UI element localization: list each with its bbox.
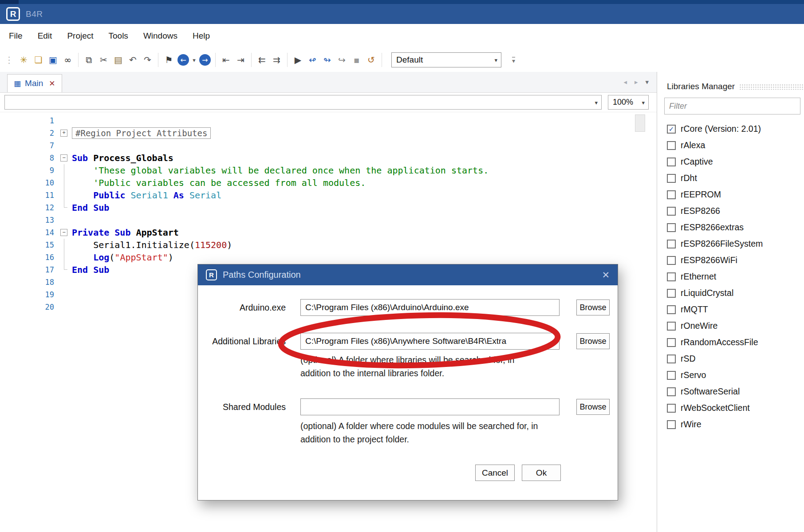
toolbar-drag-handle-icon[interactable]: ⋮: [2, 53, 16, 67]
undo-icon[interactable]: ↶: [126, 53, 140, 67]
jump-icon[interactable]: ↪: [335, 53, 349, 67]
library-checkbox[interactable]: [667, 289, 676, 298]
dialog-titlebar[interactable]: R Paths Configuration ✕: [198, 264, 618, 285]
tab-close-icon[interactable]: ✕: [49, 79, 55, 88]
library-item[interactable]: rCaptive: [664, 154, 804, 170]
library-item[interactable]: rMQTT: [664, 301, 804, 318]
editor-scrollbar-thumb[interactable]: [635, 114, 645, 132]
shared-modules-browse-button[interactable]: Browse: [576, 399, 610, 415]
paste-icon[interactable]: ▤: [111, 53, 125, 67]
library-item[interactable]: rSD: [664, 351, 804, 367]
tab-list-icon[interactable]: ▾: [645, 78, 649, 86]
navigate-back-icon[interactable]: ←: [177, 54, 189, 66]
library-item[interactable]: rOneWire: [664, 318, 804, 334]
shared-modules-input[interactable]: [300, 398, 560, 415]
library-item[interactable]: rESP8266FileSystem: [664, 236, 804, 252]
library-item[interactable]: rRandomAccessFile: [664, 334, 804, 351]
goto-previous-icon[interactable]: ↫: [306, 53, 319, 67]
library-item[interactable]: rESP8266WiFi: [664, 252, 804, 268]
fold-toggle-icon[interactable]: +: [60, 130, 67, 137]
library-item[interactable]: rWebSocketClient: [664, 400, 804, 416]
goto-next-icon[interactable]: ↬: [320, 53, 334, 67]
code-line[interactable]: 10 'Public variables can be accessed fro…: [0, 177, 657, 189]
code-line[interactable]: 7: [0, 139, 657, 152]
additional-libraries-browse-button[interactable]: Browse: [576, 333, 610, 349]
library-checkbox[interactable]: [667, 371, 676, 380]
library-checkbox[interactable]: [667, 355, 676, 363]
library-item[interactable]: ✓rCore (Version: 2.01): [664, 121, 804, 137]
library-checkbox[interactable]: [667, 404, 676, 413]
code-line[interactable]: 15 Serial1.Initialize(115200): [0, 239, 657, 251]
duplicate-icon[interactable]: ⧉: [82, 53, 96, 67]
additional-libraries-input[interactable]: [300, 333, 560, 350]
library-checkbox[interactable]: [667, 240, 676, 248]
save-icon[interactable]: ▣: [46, 53, 60, 67]
library-checkbox[interactable]: [667, 174, 676, 183]
library-checkbox[interactable]: [667, 420, 676, 429]
run-icon[interactable]: ▶: [291, 53, 305, 67]
code-line[interactable]: 12End Sub: [0, 201, 657, 214]
bookmark-icon[interactable]: ⚑: [162, 53, 176, 67]
library-item[interactable]: rAlexa: [664, 137, 804, 154]
code-line[interactable]: 14−Private Sub AppStart: [0, 226, 657, 239]
library-checkbox[interactable]: [667, 190, 676, 199]
library-checkbox[interactable]: [667, 256, 676, 265]
build-configuration-dropdown[interactable]: Default ▾: [391, 52, 501, 67]
zoom-dropdown[interactable]: 100% ▾: [608, 95, 649, 110]
library-item[interactable]: rWire: [664, 416, 804, 433]
navigate-back-caret-icon[interactable]: ▾: [191, 53, 197, 67]
library-checkbox[interactable]: [667, 338, 676, 347]
code-line[interactable]: 16 Log("AppStart"): [0, 251, 657, 264]
arduino-exe-input[interactable]: [300, 299, 560, 316]
library-item[interactable]: rESP8266extras: [664, 219, 804, 236]
member-navigator-dropdown[interactable]: ▾: [4, 95, 602, 110]
library-checkbox[interactable]: [667, 207, 676, 216]
rebuild-icon[interactable]: ↺: [364, 53, 378, 67]
comment-icon[interactable]: ⇇: [255, 53, 269, 67]
library-item[interactable]: rEthernet: [664, 268, 804, 285]
library-filter-input[interactable]: [664, 98, 800, 114]
library-item[interactable]: rSoftwareSerial: [664, 383, 804, 400]
code-line[interactable]: 2+#Region Project Attributes: [0, 127, 657, 139]
indent-decrease-icon[interactable]: ⇤: [219, 53, 233, 67]
menu-item-help[interactable]: Help: [193, 31, 210, 41]
code-line[interactable]: 13: [0, 214, 657, 226]
library-checkbox[interactable]: [667, 223, 676, 232]
library-checkbox[interactable]: ✓: [667, 125, 676, 134]
stop-icon[interactable]: ▪: [350, 53, 363, 67]
library-checkbox[interactable]: [667, 322, 676, 331]
menu-item-edit[interactable]: Edit: [38, 31, 52, 41]
dialog-close-icon[interactable]: ✕: [602, 270, 610, 280]
menu-item-tools[interactable]: Tools: [109, 31, 128, 41]
navigate-forward-icon[interactable]: →: [199, 54, 211, 66]
find-icon[interactable]: ∞: [61, 53, 75, 67]
code-line[interactable]: 11 Public Serial1 As Serial: [0, 189, 657, 201]
tab-scroll-left-icon[interactable]: ◂: [623, 78, 627, 86]
arduino-exe-browse-button[interactable]: Browse: [576, 299, 610, 315]
titlebar[interactable]: R B4R: [0, 4, 804, 24]
library-checkbox[interactable]: [667, 387, 676, 396]
uncomment-icon[interactable]: ⇉: [270, 53, 284, 67]
code-line[interactable]: 8−Sub Process_Globals: [0, 152, 657, 164]
cancel-button[interactable]: Cancel: [475, 465, 515, 481]
library-checkbox[interactable]: [667, 305, 676, 314]
code-line[interactable]: 1: [0, 114, 657, 127]
library-item[interactable]: rLiquidCrystal: [664, 285, 804, 301]
fold-toggle-icon[interactable]: −: [60, 229, 67, 236]
tab-scroll-right-icon[interactable]: ▸: [635, 78, 638, 86]
toolbar-overflow-button[interactable]: ▾: [512, 57, 515, 63]
menu-item-windows[interactable]: Windows: [143, 31, 177, 41]
library-item[interactable]: rServo: [664, 367, 804, 383]
tab-main[interactable]: ▦ Main ✕: [7, 74, 62, 92]
library-item[interactable]: rESP8266: [664, 203, 804, 219]
library-checkbox[interactable]: [667, 158, 676, 166]
fold-toggle-icon[interactable]: −: [60, 154, 67, 162]
open-project-icon[interactable]: ❏: [32, 53, 45, 67]
redo-icon[interactable]: ↷: [141, 53, 154, 67]
library-item[interactable]: rEEPROM: [664, 186, 804, 203]
code-line[interactable]: 9 'These global variables will be declar…: [0, 164, 657, 177]
menu-item-project[interactable]: Project: [67, 31, 93, 41]
library-item[interactable]: rDht: [664, 170, 804, 186]
indent-increase-icon[interactable]: ⇥: [234, 53, 248, 67]
library-checkbox[interactable]: [667, 141, 676, 150]
